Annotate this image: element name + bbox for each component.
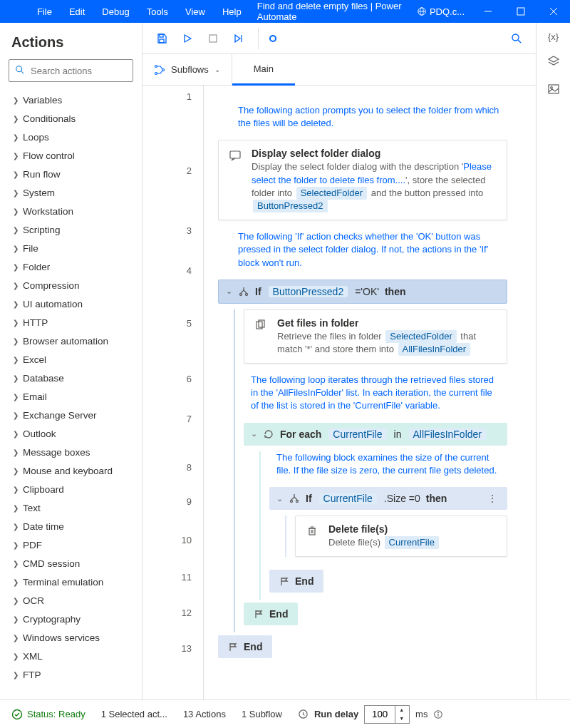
images-rail-button[interactable] xyxy=(547,83,560,98)
svg-point-21 xyxy=(240,293,242,295)
line-number: 6 xyxy=(142,345,203,402)
menu-debug[interactable]: Debug xyxy=(93,6,138,17)
canvas[interactable]: 1 2 3 4 5 6 7 8 9 10 11 12 13 The follow… xyxy=(142,86,536,699)
action-group[interactable]: ❯Flow control xyxy=(0,146,142,165)
stop-button[interactable] xyxy=(202,28,224,49)
menu-tools[interactable]: Tools xyxy=(138,6,177,17)
maximize-button[interactable] xyxy=(504,0,537,23)
action-group-label: Conditionals xyxy=(20,113,76,124)
delay-spinner[interactable]: ▲ ▼ xyxy=(364,705,410,724)
action-group[interactable]: ❯CMD session xyxy=(0,554,142,573)
end-step[interactable]: End xyxy=(269,570,323,593)
action-group[interactable]: ❯UI automation xyxy=(0,294,142,313)
action-group[interactable]: ❯File xyxy=(0,239,142,257)
delay-input[interactable] xyxy=(365,706,395,723)
info-icon[interactable] xyxy=(433,709,443,719)
more-button[interactable]: ⋮ xyxy=(484,493,500,504)
action-group[interactable]: ❯Mouse and keyboard xyxy=(0,461,142,480)
end-step[interactable]: End xyxy=(218,635,272,658)
comment-step[interactable]: The following 'If' action checks whether… xyxy=(238,230,500,270)
menu-help[interactable]: Help xyxy=(214,6,250,17)
step-get-files[interactable]: Get files in folder Retrieve the files i… xyxy=(244,309,507,364)
chevron-right-icon: ❯ xyxy=(10,189,20,197)
collapse-icon[interactable]: ⌄ xyxy=(226,287,232,296)
action-group[interactable]: ❯Scripting xyxy=(0,220,142,239)
menu-edit[interactable]: Edit xyxy=(61,6,93,17)
collapse-icon[interactable]: ⌄ xyxy=(251,429,257,439)
actions-list[interactable]: ❯Variables ❯Conditionals ❯Loops ❯Flow co… xyxy=(0,91,142,699)
action-group[interactable]: ❯Email xyxy=(0,387,142,406)
svg-point-37 xyxy=(550,87,552,89)
action-group[interactable]: ❯FTP xyxy=(0,665,142,684)
comment-step[interactable]: The following block examines the size of… xyxy=(276,451,500,477)
ms-label: ms xyxy=(415,709,428,719)
action-group[interactable]: ❯Loops xyxy=(0,128,142,146)
action-group[interactable]: ❯Message boxes xyxy=(0,443,142,461)
minimize-button[interactable] xyxy=(472,0,504,23)
files-icon xyxy=(253,317,269,356)
variables-rail-button[interactable]: {x} xyxy=(548,31,559,42)
if-step-selected[interactable]: ⌄ If ButtonPressed2 ='OK' then xyxy=(218,280,507,304)
tab-main[interactable]: Main xyxy=(232,55,295,86)
svg-marker-11 xyxy=(185,35,191,42)
action-group[interactable]: ❯Compression xyxy=(0,276,142,294)
record-button[interactable] xyxy=(258,28,279,49)
end-step[interactable]: End xyxy=(244,603,298,625)
end-label: End xyxy=(244,641,262,652)
comment-step[interactable]: The following loop iterates through the … xyxy=(251,374,500,413)
action-group[interactable]: ❯Database xyxy=(0,369,142,387)
close-button[interactable] xyxy=(537,0,570,23)
subflows-dropdown[interactable]: Subflows ⌄ xyxy=(142,54,232,85)
variable-token: ButtonPressed2 xyxy=(269,286,348,297)
action-group[interactable]: ❯Terminal emulation xyxy=(0,573,142,591)
chevron-right-icon: ❯ xyxy=(10,467,20,475)
svg-point-26 xyxy=(296,501,299,503)
svg-point-15 xyxy=(512,34,519,41)
action-group[interactable]: ❯Outlook xyxy=(0,424,142,443)
step-delete-files[interactable]: Delete file(s) Delete file(s) CurrentFil… xyxy=(295,516,507,557)
action-group[interactable]: ❯PDF xyxy=(0,535,142,554)
action-group[interactable]: ❯Text xyxy=(0,498,142,517)
if-step[interactable]: ⌄ If CurrentFile .Size =0 then ⋮ xyxy=(269,487,507,510)
svg-point-38 xyxy=(13,709,22,719)
collapse-icon[interactable]: ⌄ xyxy=(276,494,283,503)
spinner-down[interactable]: ▼ xyxy=(395,714,408,723)
action-group-label: Run flow xyxy=(20,169,61,180)
action-group[interactable]: ❯System xyxy=(0,183,142,202)
action-group[interactable]: ❯HTTP xyxy=(0,313,142,332)
layers-rail-button[interactable] xyxy=(547,55,560,70)
action-group[interactable]: ❯Run flow xyxy=(0,165,142,183)
save-button[interactable] xyxy=(151,28,172,49)
step-button[interactable] xyxy=(228,28,249,49)
action-group[interactable]: ❯Cryptography xyxy=(0,610,142,628)
action-group[interactable]: ❯Windows services xyxy=(0,628,142,647)
run-button[interactable] xyxy=(177,28,198,49)
action-group[interactable]: ❯Workstation xyxy=(0,202,142,220)
action-group[interactable]: ❯Variables xyxy=(0,91,142,109)
foreach-step[interactable]: ⌄ For each CurrentFile in AllFilesInFold… xyxy=(244,423,507,446)
action-group[interactable]: ❯OCR xyxy=(0,591,142,610)
toolbar-search-button[interactable] xyxy=(506,28,527,49)
menu-file[interactable]: File xyxy=(28,6,61,17)
action-group-label: Message boxes xyxy=(20,447,90,458)
pdq-badge[interactable]: PDQ.c... xyxy=(410,6,472,17)
action-group[interactable]: ❯Date time xyxy=(0,517,142,535)
search-box[interactable] xyxy=(9,59,133,82)
chevron-right-icon: ❯ xyxy=(10,226,20,234)
menu-view[interactable]: View xyxy=(177,6,214,17)
step-display-folder-dialog[interactable]: Display select folder dialog Display the… xyxy=(218,140,507,220)
action-group[interactable]: ❯Folder xyxy=(0,257,142,276)
action-group[interactable]: ❯Browser automation xyxy=(0,332,142,350)
editor: Subflows ⌄ Main 1 2 3 4 5 6 7 8 9 10 11 … xyxy=(142,23,536,699)
action-group[interactable]: ❯Excel xyxy=(0,350,142,369)
action-group[interactable]: ❯Conditionals xyxy=(0,109,142,128)
action-group[interactable]: ❯Clipboard xyxy=(0,480,142,498)
search-input[interactable] xyxy=(31,66,127,76)
action-group[interactable]: ❯Exchange Server xyxy=(0,406,142,424)
actions-panel: Actions ❯Variables ❯Conditionals ❯Loops … xyxy=(0,23,142,699)
chevron-right-icon: ❯ xyxy=(10,578,20,586)
keyword: If xyxy=(306,493,312,504)
action-group[interactable]: ❯XML xyxy=(0,647,142,665)
spinner-up[interactable]: ▲ xyxy=(395,706,408,714)
comment-step[interactable]: The following action prompts you to sele… xyxy=(238,104,500,130)
